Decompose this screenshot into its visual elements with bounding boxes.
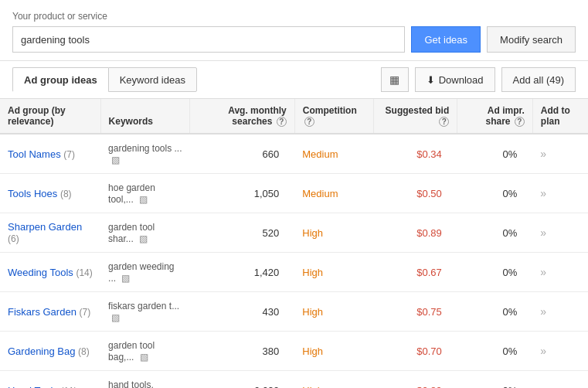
- monthly-value: 520: [263, 227, 280, 239]
- impr-value: 0%: [503, 345, 518, 357]
- monthly-value: 1,050: [254, 188, 280, 199]
- monthly-value: 430: [263, 306, 280, 318]
- impr-value: 0%: [503, 306, 518, 318]
- impr-cell: 0%: [457, 174, 533, 213]
- competition-cell: Medium: [294, 134, 374, 174]
- avg-monthly-info-icon[interactable]: ?: [277, 117, 287, 127]
- ad-group-link[interactable]: Sharpen Garden: [8, 221, 82, 233]
- ad-group-link[interactable]: Fiskars Garden: [8, 306, 76, 318]
- ad-group-link[interactable]: Tool Names: [8, 148, 61, 160]
- add-plan-arrow[interactable]: »: [540, 187, 546, 199]
- mini-chart-icon[interactable]: ▧: [139, 233, 148, 244]
- monthly-cell: 660: [190, 134, 294, 174]
- impr-cell: 0%: [457, 213, 533, 253]
- search-row: Get ideas Modify search: [12, 26, 576, 53]
- tabs-toolbar: Ad group ideas Keyword ideas ▦ ⬇ Downloa…: [0, 61, 588, 99]
- chart-button[interactable]: ▦: [381, 67, 409, 92]
- mini-chart-icon[interactable]: ▧: [111, 312, 120, 323]
- competition-value: High: [302, 306, 323, 318]
- monthly-cell: 430: [190, 292, 294, 332]
- ad-group-count: (14): [76, 267, 92, 278]
- impr-cell: 0%: [457, 292, 533, 332]
- ad-group-cell: Tool Names (7): [0, 134, 100, 174]
- impr-cell: 0%: [457, 371, 533, 389]
- table-row: Sharpen Garden (6) garden tool shar... ▧…: [0, 213, 588, 253]
- suggested-bid-info-icon[interactable]: ?: [439, 117, 449, 127]
- ad-group-count: (6): [8, 233, 19, 244]
- monthly-cell: 1,420: [190, 253, 294, 292]
- table-row: Hand Tools (11) hand tools, hand... ▧ 6,…: [0, 371, 588, 389]
- tab-ad-group[interactable]: Ad group ideas: [12, 67, 108, 92]
- search-input[interactable]: [12, 26, 405, 53]
- impr-value: 0%: [503, 148, 518, 160]
- th-suggested-bid: Suggested bid ?: [374, 99, 457, 134]
- competition-value: High: [302, 267, 323, 278]
- add-plan-arrow[interactable]: »: [540, 148, 546, 160]
- competition-value: Medium: [302, 188, 338, 199]
- keywords-cell: garden weeding ... ▧: [100, 253, 190, 292]
- product-label: Your product or service: [12, 11, 576, 22]
- bid-value: $0.89: [416, 227, 442, 239]
- keywords-text: hoe garden tool,...: [108, 182, 155, 205]
- ad-impr-info-icon[interactable]: ?: [515, 117, 525, 127]
- toolbar-right: ▦ ⬇ Download Add all (49): [381, 67, 576, 92]
- mini-chart-icon[interactable]: ▧: [139, 194, 148, 205]
- mini-chart-icon[interactable]: ▧: [140, 352, 148, 362]
- ad-group-cell: Tools Hoes (8): [0, 174, 100, 213]
- add-plan-cell: »: [532, 134, 588, 174]
- modify-search-button[interactable]: Modify search: [487, 26, 576, 53]
- keywords-cell: gardening tools ... ▧: [100, 134, 190, 174]
- ad-group-link[interactable]: Weeding Tools: [8, 267, 73, 278]
- impr-cell: 0%: [457, 134, 533, 174]
- keywords-text: garden tool shar...: [108, 222, 155, 244]
- ad-group-cell: Sharpen Garden (6): [0, 213, 100, 253]
- mini-chart-icon[interactable]: ▧: [121, 273, 130, 284]
- ad-group-link[interactable]: Tools Hoes: [8, 188, 57, 199]
- get-ideas-button[interactable]: Get ideas: [411, 26, 481, 53]
- bid-cell: $0.70: [374, 332, 457, 371]
- ad-group-link[interactable]: Gardening Bag: [8, 345, 75, 357]
- add-plan-arrow[interactable]: »: [540, 305, 546, 318]
- monthly-cell: 380: [190, 332, 294, 371]
- ad-group-cell: Hand Tools (11): [0, 371, 100, 389]
- download-button[interactable]: ⬇ Download: [415, 67, 495, 92]
- th-ad-impr-share: Ad impr. share ?: [457, 99, 533, 134]
- bid-value: $0.75: [416, 306, 442, 318]
- keywords-cell: hoe garden tool,... ▧: [100, 174, 190, 213]
- monthly-value: 380: [263, 345, 280, 357]
- table-body: Tool Names (7) gardening tools ... ▧ 660…: [0, 134, 588, 388]
- competition-cell: High: [294, 213, 374, 253]
- competition-info-icon[interactable]: ?: [304, 117, 314, 127]
- bid-value: $0.89: [416, 385, 442, 389]
- keywords-cell: garden tool shar... ▧: [100, 213, 190, 253]
- tab-keyword[interactable]: Keyword ideas: [108, 67, 197, 92]
- monthly-cell: 520: [190, 213, 294, 253]
- keywords-text: gardening tools ...: [108, 143, 182, 154]
- ad-group-link[interactable]: Hand Tools: [8, 385, 58, 389]
- ad-group-count: (8): [60, 189, 72, 199]
- bid-value: $0.34: [416, 148, 442, 160]
- bid-value: $0.67: [416, 267, 442, 278]
- ad-group-count: (11): [60, 386, 76, 389]
- competition-value: Medium: [302, 148, 338, 160]
- keywords-text: garden weeding ...: [108, 261, 174, 284]
- ad-group-cell: Fiskars Garden (7): [0, 292, 100, 332]
- table-row: Tool Names (7) gardening tools ... ▧ 660…: [0, 134, 588, 174]
- competition-cell: High: [294, 371, 374, 389]
- mini-chart-icon[interactable]: ▧: [111, 155, 120, 165]
- th-add-to-plan: Add to plan: [532, 99, 588, 134]
- impr-value: 0%: [503, 385, 518, 389]
- impr-value: 0%: [503, 188, 518, 199]
- add-plan-arrow[interactable]: »: [540, 266, 546, 278]
- chart-icon: ▦: [389, 73, 399, 86]
- competition-cell: High: [294, 332, 374, 371]
- add-all-button[interactable]: Add all (49): [501, 67, 576, 92]
- add-plan-arrow[interactable]: »: [540, 226, 546, 239]
- th-competition: Competition ?: [294, 99, 374, 134]
- add-plan-cell: »: [532, 174, 588, 213]
- ad-group-count: (8): [78, 346, 90, 357]
- table-row: Fiskars Garden (7) fiskars garden t... ▧…: [0, 292, 588, 332]
- bid-cell: $0.50: [374, 174, 457, 213]
- add-plan-arrow[interactable]: »: [540, 384, 546, 388]
- add-plan-arrow[interactable]: »: [540, 345, 546, 357]
